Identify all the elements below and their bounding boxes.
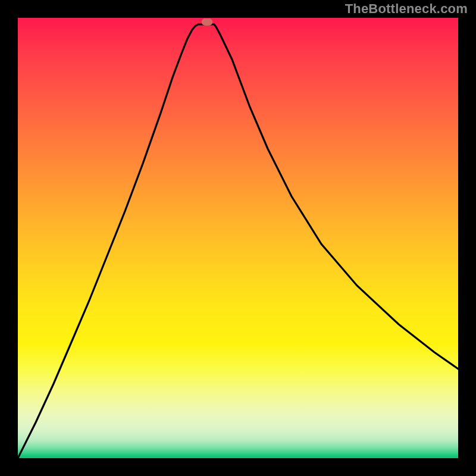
watermark-text: TheBottleneck.com	[345, 1, 468, 17]
bottleneck-curve	[18, 24, 458, 458]
chart-frame: TheBottleneck.com	[0, 0, 476, 476]
curve-svg	[18, 18, 458, 458]
plot-area	[18, 18, 458, 458]
min-marker	[202, 18, 212, 26]
